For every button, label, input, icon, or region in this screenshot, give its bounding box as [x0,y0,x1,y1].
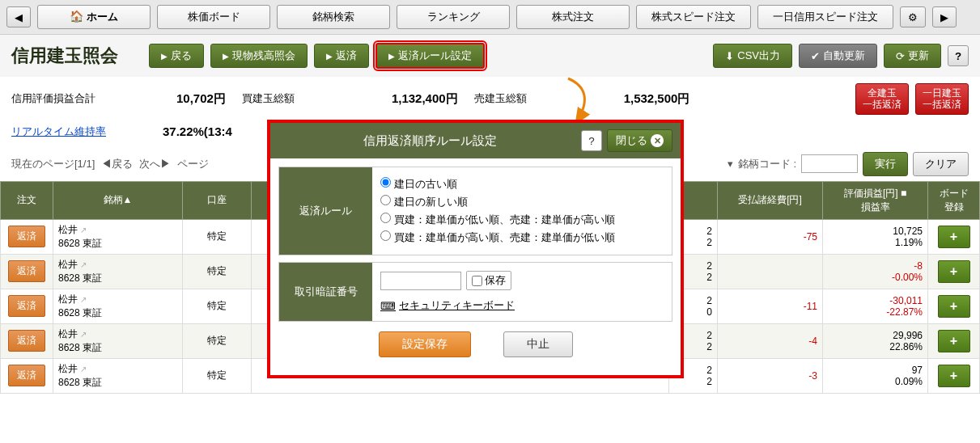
repay-button[interactable]: 返済 [8,260,45,282]
col-cost[interactable]: 受払諸経費[円] [718,181,823,219]
board-add-button[interactable]: + [938,330,970,352]
help-button[interactable]: ? [948,45,969,66]
account-cell: 特定 [183,254,252,289]
realtime-link[interactable]: リアルタイム維持率 [11,124,106,139]
save-pin-checkbox[interactable]: 保存 [466,271,511,290]
col-order[interactable]: 注文 [1,181,53,219]
col-pl[interactable]: 評価損益[円] ■ 損益率 [823,181,928,219]
dialog-help-button[interactable]: ? [581,130,602,151]
repay-button[interactable]: 返済 [8,365,45,386]
account-cell: 特定 [183,289,252,323]
tab-priceboard[interactable]: 株価ボード [157,5,270,29]
buy-label: 買建玉総額 [242,91,295,106]
sell-label: 売建玉総額 [474,91,527,106]
cost-cell: -75 [718,219,823,254]
dialog-title: 信用返済順序ルール設定 [278,133,581,149]
account-cell: 特定 [183,219,252,254]
tab-search[interactable]: 銘柄検索 [277,5,390,29]
pager-next[interactable]: 次へ▶ [139,157,171,171]
board-add-button[interactable]: + [938,295,970,318]
rule-option-2[interactable]: 買建：建単価が低い順、売建：建単価が高い順 [380,211,664,229]
dialog-close-button[interactable]: 閉じる✕ [607,129,672,152]
rule-option-0[interactable]: 建日の古い順 [380,175,664,193]
realtime-value: 37.22%(13:4 [163,124,232,138]
pin-section-label: 取引暗証番号 [279,263,372,321]
exec-button[interactable]: 実行 [863,152,908,176]
col-symbol[interactable]: 銘柄▲ [53,181,183,219]
account-cell: 特定 [183,323,252,358]
repay-button[interactable]: 返済 [8,226,45,247]
symbol-cell[interactable]: 松井 ↗8628 東証 [53,289,183,323]
repay-day-button[interactable]: 一日建玉 一括返済 [915,83,969,115]
refresh-icon: ⟳ [896,50,905,62]
tab-day-speed[interactable]: 一日信用スピード注文 [757,5,893,29]
rule-option-1[interactable]: 建日の新しい順 [380,193,664,211]
tab-home[interactable]: 🏠 ホーム [37,5,151,29]
symbol-cell[interactable]: 松井 ↗8628 東証 [53,219,183,254]
account-cell: 特定 [183,358,252,393]
settings-button[interactable]: ⚙ [900,6,926,27]
pl-cell: 970.09% [823,358,928,393]
pl-cell: 29,99622.86% [823,323,928,358]
clear-button[interactable]: クリア [913,152,969,176]
genbutsu-button[interactable]: ▶現物残高照会 [210,44,308,68]
repay-all-button[interactable]: 全建玉 一括返済 [855,83,909,115]
tab-order[interactable]: 株式注文 [516,5,630,29]
pl-label: 信用評価損益合計 [11,91,95,106]
code-label: 銘柄コード : [738,157,796,171]
cost-cell: -11 [718,289,823,323]
pin-input[interactable] [380,272,461,290]
board-add-button[interactable]: + [938,226,970,248]
rule-option-3[interactable]: 買建：建単価が高い順、売建：建単価が低い順 [380,229,664,247]
dropdown-indicator[interactable]: ▾ [728,158,733,170]
symbol-cell[interactable]: 松井 ↗8628 東証 [53,254,183,289]
tab-speed-order[interactable]: 株式スピード注文 [636,5,751,29]
cost-cell: -4 [718,323,823,358]
cost-cell: -3 [718,358,823,393]
pager-info: 現在のページ[1/1] [11,157,95,171]
dialog-save-button[interactable]: 設定保存 [379,331,471,357]
board-add-button[interactable]: + [938,365,970,387]
col-account[interactable]: 口座 [183,181,252,219]
pl-cell: -8-0.00% [823,254,928,289]
refresh-button[interactable]: ⟳更新 [884,44,941,68]
symbol-code-input[interactable] [801,154,858,173]
board-add-button[interactable]: + [938,260,970,283]
symbol-cell[interactable]: 松井 ↗8628 東証 [53,323,183,358]
rule-dialog: 信用返済順序ルール設定 ? 閉じる✕ 返済ルール 建日の古い順 建日の新しい順 … [267,120,684,378]
tab-ranking[interactable]: ランキング [397,5,510,29]
col-board[interactable]: ボード 登録 [928,181,980,219]
home-icon: 🏠 [70,10,83,23]
hensai-button[interactable]: ▶返済 [314,44,369,68]
repay-button[interactable]: 返済 [8,330,45,352]
csv-export-button[interactable]: ⬇CSV出力 [713,44,792,68]
download-icon: ⬇ [725,50,734,62]
buy-value: 1,132,400円 [392,91,458,107]
pager-pagesize: ページ [177,157,209,171]
dialog-cancel-button[interactable]: 中止 [503,331,573,357]
auto-refresh-toggle[interactable]: ✔自動更新 [799,44,877,68]
pl-cell: 10,7251.19% [823,219,928,254]
pl-value: 10,702円 [176,91,226,107]
gear-icon: ⚙ [908,11,918,23]
nav-prev[interactable]: ◀ [6,6,31,27]
repay-button[interactable]: 返済 [8,295,45,317]
back-button[interactable]: ▶戻る [149,44,204,68]
rule-setting-button[interactable]: ▶返済ルール設定 [375,43,485,69]
keyboard-icon: ⌨ [380,300,396,312]
page-title: 信用建玉照会 [11,44,118,68]
pl-cell: -30,011-22.87% [823,289,928,323]
nav-next[interactable]: ▶ [932,6,957,27]
close-icon: ✕ [651,134,664,147]
rule-section-label: 返済ルール [279,167,372,255]
symbol-cell[interactable]: 松井 ↗8628 東証 [53,358,183,393]
sell-value: 1,532,500円 [624,91,690,107]
check-icon: ✔ [811,50,820,62]
cost-cell [718,254,823,289]
pager-back[interactable]: ◀戻る [101,157,133,171]
security-keyboard-link[interactable]: ⌨セキュリティキーボード [380,298,515,313]
